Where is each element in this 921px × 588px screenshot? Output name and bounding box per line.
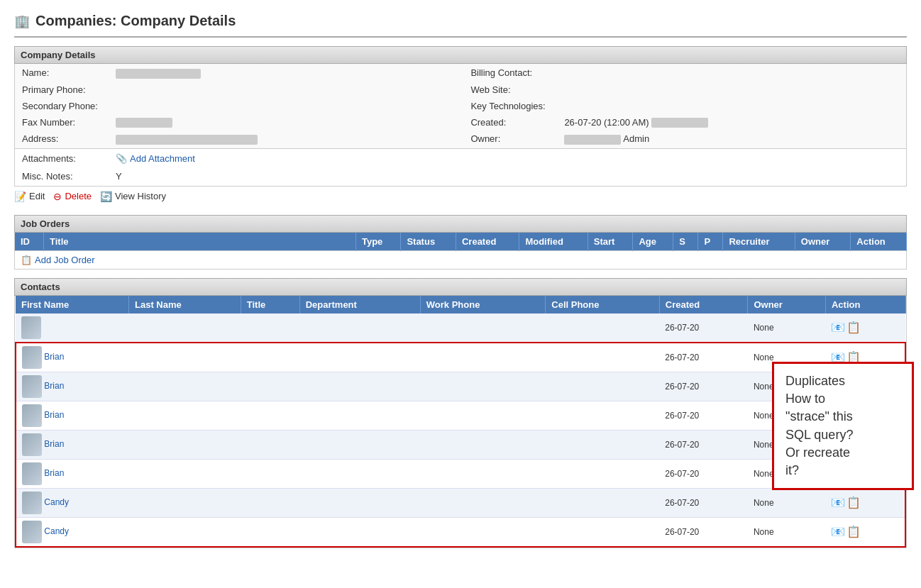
action-icon-1[interactable]: 📧 <box>831 321 845 333</box>
col-age: Age <box>633 233 673 251</box>
contact-work-phone-cell <box>420 459 546 488</box>
contact-created-cell: 26-07-20 <box>659 488 748 517</box>
contact-department-cell <box>299 343 420 372</box>
col-s: S <box>673 233 698 251</box>
website-value <box>558 82 905 97</box>
job-orders-section: Job Orders ID Title Type Status Created … <box>14 215 907 270</box>
contact-row: Candy26-07-20None📧📋 <box>16 517 905 547</box>
contact-created-cell: 26-07-20 <box>659 430 748 459</box>
contact-created-cell: 26-07-20 <box>659 459 748 488</box>
contact-action-cell: 📧📋 <box>825 314 905 343</box>
edit-button[interactable]: 📝 Edit <box>14 191 45 202</box>
avatar <box>22 404 42 427</box>
contact-action-cell: 📧📋 <box>825 488 905 517</box>
contact-department-cell <box>299 401 420 430</box>
contact-cell-phone-cell <box>546 314 659 343</box>
duplicate-note-box: Duplicates How to "strace" this SQL quer… <box>772 362 914 490</box>
add-attachment-link[interactable]: 📎 Add Attachment <box>116 153 899 164</box>
action-icon-1[interactable]: 📧 <box>831 497 845 509</box>
avatar <box>21 316 41 339</box>
fax-value <box>110 115 463 131</box>
contact-last-name-cell <box>129 372 241 401</box>
fax-label: Fax Number: <box>16 115 109 131</box>
contact-first-name-cell: Brian <box>16 372 129 401</box>
contact-department-cell <box>299 517 420 547</box>
owner-label: Owner: <box>465 131 557 147</box>
detail-row-address: Address: Owner: Admin <box>16 131 905 147</box>
contact-first-name-link[interactable]: Brian <box>44 410 64 420</box>
contact-first-name-link[interactable]: Brian <box>44 439 64 449</box>
secondary-phone-label: Secondary Phone: <box>16 99 109 113</box>
contact-first-name-link[interactable]: Brian <box>44 381 64 391</box>
contact-first-name-cell: Brian <box>16 459 129 488</box>
detail-row-name: Name: Billing Contact: <box>16 65 905 81</box>
contact-work-phone-cell <box>420 517 546 547</box>
col-firstname: First Name <box>16 296 129 314</box>
col-recruiter: Recruiter <box>723 233 795 251</box>
col-modified: Modified <box>519 233 588 251</box>
contact-work-phone-cell <box>420 401 546 430</box>
contact-first-name-cell: Candy <box>16 517 129 547</box>
col-p: P <box>698 233 723 251</box>
misc-notes-row: Misc. Notes: Y <box>16 168 905 184</box>
name-label: Name: <box>16 65 109 81</box>
name-value <box>110 65 463 81</box>
detail-row-secondary-phone: Secondary Phone: Key Technologies: <box>16 99 905 113</box>
avatar <box>22 375 42 398</box>
avatar <box>22 346 42 369</box>
contact-work-phone-cell <box>420 372 546 401</box>
history-icon: 🔄 <box>100 191 112 202</box>
action-icon-2[interactable]: 📋 <box>846 526 861 538</box>
detail-row-fax: Fax Number: Created: 26-07-20 (12:00 AM) <box>16 115 905 131</box>
contact-last-name-cell <box>129 488 241 517</box>
col-owner: Owner <box>795 233 851 251</box>
avatar <box>22 433 42 456</box>
view-history-button[interactable]: 🔄 View History <box>100 191 166 202</box>
contact-first-name-link[interactable]: Brian <box>44 468 64 478</box>
col-cell-phone: Cell Phone <box>546 296 659 314</box>
col-title: Title <box>44 233 356 251</box>
add-job-order-button[interactable]: 📋 Add Job Order <box>21 255 95 265</box>
address-value <box>110 131 463 147</box>
action-icon-2[interactable]: 📋 <box>846 321 861 333</box>
col-title-col: Title <box>241 296 299 314</box>
action-bar: 📝 Edit ⊖ Delete 🔄 View History <box>14 187 907 206</box>
contact-department-cell <box>299 430 420 459</box>
fax-blurred <box>116 118 172 128</box>
contact-last-name-cell <box>129 459 241 488</box>
contact-action-cell: 📧📋 <box>825 517 905 547</box>
contact-created-cell: 26-07-20 <box>659 372 748 401</box>
contact-row: Candy26-07-20None📧📋 <box>16 488 905 517</box>
owner-blurred <box>564 135 621 145</box>
delete-button[interactable]: ⊖ Delete <box>53 191 92 202</box>
contact-row: 26-07-20None📧📋 <box>16 314 905 343</box>
contact-title-cell <box>241 343 299 372</box>
owner-value: Admin <box>558 131 905 147</box>
attachments-label: Attachments: <box>16 150 109 167</box>
col-status: Status <box>401 233 456 251</box>
col-start: Start <box>588 233 633 251</box>
contact-cell-phone-cell <box>546 459 659 488</box>
address-label: Address: <box>16 131 109 147</box>
contact-owner-cell: None <box>748 517 826 547</box>
contact-title-cell <box>241 401 299 430</box>
action-icon-1[interactable]: 📧 <box>831 526 845 538</box>
address-blurred <box>116 135 258 145</box>
contact-department-cell <box>299 372 420 401</box>
contact-work-phone-cell <box>420 430 546 459</box>
contact-created-cell: 26-07-20 <box>659 343 748 372</box>
action-icon-2[interactable]: 📋 <box>846 497 861 509</box>
secondary-phone-value <box>110 99 463 113</box>
col-lastname: Last Name <box>129 296 241 314</box>
job-orders-table: ID Title Type Status Created Modified St… <box>14 233 907 251</box>
contact-first-name-cell: Candy <box>16 488 129 517</box>
attachments-row: Attachments: 📎 Add Attachment <box>16 150 905 167</box>
created-user-blurred <box>651 118 708 128</box>
contact-first-name-link[interactable]: Candy <box>44 497 69 507</box>
key-tech-value <box>558 99 905 113</box>
contact-work-phone-cell <box>420 314 546 343</box>
contact-first-name-link[interactable]: Candy <box>44 526 69 536</box>
contact-first-name-link[interactable]: Brian <box>44 352 64 362</box>
building-icon: 🏢 <box>14 13 30 29</box>
created-label: Created: <box>465 115 557 131</box>
